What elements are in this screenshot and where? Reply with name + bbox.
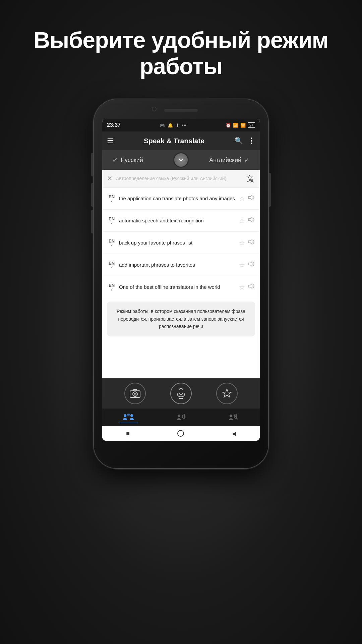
translate-icon: 文 A <box>246 174 255 183</box>
search-placeholder[interactable]: Автоопределение языка (Русский или Англи… <box>116 176 242 181</box>
svg-marker-3 <box>248 217 252 222</box>
phone-camera <box>152 107 157 111</box>
svg-text:A: A <box>250 178 254 183</box>
speaker-icon-5[interactable] <box>248 283 255 291</box>
nav-home-button[interactable] <box>177 430 184 437</box>
favorite-star-3[interactable]: ☆ <box>239 239 245 247</box>
translation-text-3: back up your favorite phrases list <box>119 239 236 246</box>
status-time: 23:37 <box>107 122 121 128</box>
svg-marker-5 <box>248 262 252 266</box>
check-left-icon: ✓ <box>112 156 118 164</box>
favorite-star-2[interactable]: ☆ <box>239 217 245 225</box>
svg-marker-18 <box>182 415 184 419</box>
translation-text-1: the application can translate photos and… <box>119 195 236 202</box>
list-item: EN ∨ One of the best offline translators… <box>102 276 260 298</box>
favorite-star-1[interactable]: ☆ <box>239 195 245 203</box>
alarm-icon: ⏰ <box>226 123 231 128</box>
list-item: EN ∨ automatic speech and text recogniti… <box>102 210 260 232</box>
speaker-icon-2[interactable] <box>248 217 255 224</box>
phone-screen: 23:37 🎮 🔔 ⬇ ••• ⏰ 📶 🛜 27 ☰ Speak & Trans… <box>102 119 260 441</box>
svg-point-8 <box>133 392 137 396</box>
app-title: Speak & Translate <box>118 137 230 145</box>
wifi-icon: 🛜 <box>240 123 246 128</box>
svg-point-17 <box>178 415 180 417</box>
speaker-icon-4[interactable] <box>248 261 255 269</box>
header-action-icons: 🔍 ⋮ <box>235 137 255 145</box>
mode-tab-muted[interactable] <box>224 411 244 423</box>
svg-point-15 <box>130 414 133 417</box>
speaker-icon-3[interactable] <box>248 239 255 247</box>
mode-tabs <box>102 409 260 426</box>
list-item: EN ∨ add important phrases to favorites … <box>102 254 260 276</box>
translation-text-5: One of the best offline translators in t… <box>119 284 236 290</box>
search-icon[interactable]: 🔍 <box>235 137 243 145</box>
status-bar: 23:37 🎮 🔔 ⬇ ••• ⏰ 📶 🛜 27 <box>102 119 260 131</box>
svg-point-14 <box>124 414 126 417</box>
battery-icon: 27 <box>248 122 255 128</box>
phone-mockup: 23:37 🎮 🔔 ⬇ ••• ⏰ 📶 🛜 27 ☰ Speak & Trans… <box>94 99 268 468</box>
check-right-icon: ✓ <box>244 156 250 164</box>
translation-text-2: automatic speech and text recognition <box>119 217 236 224</box>
svg-point-19 <box>230 415 232 417</box>
svg-marker-2 <box>248 195 252 200</box>
nav-back-button[interactable]: ◀ <box>232 430 236 437</box>
svg-marker-13 <box>223 389 231 397</box>
phone-top-bar <box>94 105 268 115</box>
bottom-controls <box>102 378 260 409</box>
search-input-area[interactable]: ✕ Автоопределение языка (Русский или Анг… <box>102 170 260 187</box>
target-language-name: Английский <box>209 157 241 164</box>
lang-badge-2: EN ∨ <box>107 217 116 225</box>
list-item: EN ∨ the application can translate photo… <box>102 187 260 210</box>
svg-point-9 <box>134 393 136 395</box>
favorite-star-5[interactable]: ☆ <box>239 283 245 291</box>
status-left-icons: 🎮 🔔 ⬇ ••• <box>160 123 187 128</box>
status-right-icons: ⏰ 📶 🛜 27 <box>226 122 255 128</box>
android-nav-bar: ■ ◀ <box>102 426 260 441</box>
favorite-star-4[interactable]: ☆ <box>239 261 245 269</box>
lang-badge-3: EN ∨ <box>107 239 116 247</box>
menu-icon[interactable]: ☰ <box>107 137 114 145</box>
clear-input-icon[interactable]: ✕ <box>107 174 113 182</box>
more-options-icon[interactable]: ⋮ <box>248 137 255 145</box>
lang-badge-4: EN ∨ <box>107 261 116 269</box>
source-language-name: Русский <box>121 157 143 164</box>
translation-list: EN ∨ the application can translate photo… <box>102 187 260 378</box>
lang-badge-1: EN ∨ <box>107 195 116 203</box>
svg-marker-4 <box>248 239 252 244</box>
microphone-button[interactable] <box>170 383 192 404</box>
list-item: EN ∨ back up your favorite phrases list … <box>102 232 260 254</box>
target-language[interactable]: Английский ✓ <box>209 156 250 164</box>
language-selector: ✓ Русский Английский ✓ <box>102 150 260 170</box>
nav-stop-button[interactable]: ■ <box>126 430 130 437</box>
camera-button[interactable] <box>124 383 146 404</box>
lang-badge-5: EN ∨ <box>107 283 116 291</box>
speaker-icon-1[interactable] <box>248 195 255 202</box>
svg-rect-10 <box>179 388 183 394</box>
mode-tab-conversation[interactable] <box>118 411 138 423</box>
app-header: ☰ Speak & Translate 🔍 ⋮ <box>102 131 260 150</box>
signal-icon: 📶 <box>233 123 238 128</box>
source-language[interactable]: ✓ Русский <box>112 156 143 164</box>
mode-tab-speaker[interactable] <box>171 411 191 423</box>
favorites-button[interactable] <box>216 383 238 404</box>
svg-rect-16 <box>127 414 130 416</box>
phone-speaker <box>164 109 198 112</box>
svg-marker-6 <box>248 284 252 288</box>
translation-output-text: Режим работы, в котором сказанная пользо… <box>117 309 245 329</box>
page-title: Выберите удобный режим работы <box>13 27 349 79</box>
language-switch-button[interactable] <box>173 152 189 168</box>
chevron-down-icon <box>178 157 184 163</box>
translation-text-4: add important phrases to favorites <box>119 262 236 268</box>
translation-output-box: Режим работы, в котором сказанная пользо… <box>107 302 255 336</box>
